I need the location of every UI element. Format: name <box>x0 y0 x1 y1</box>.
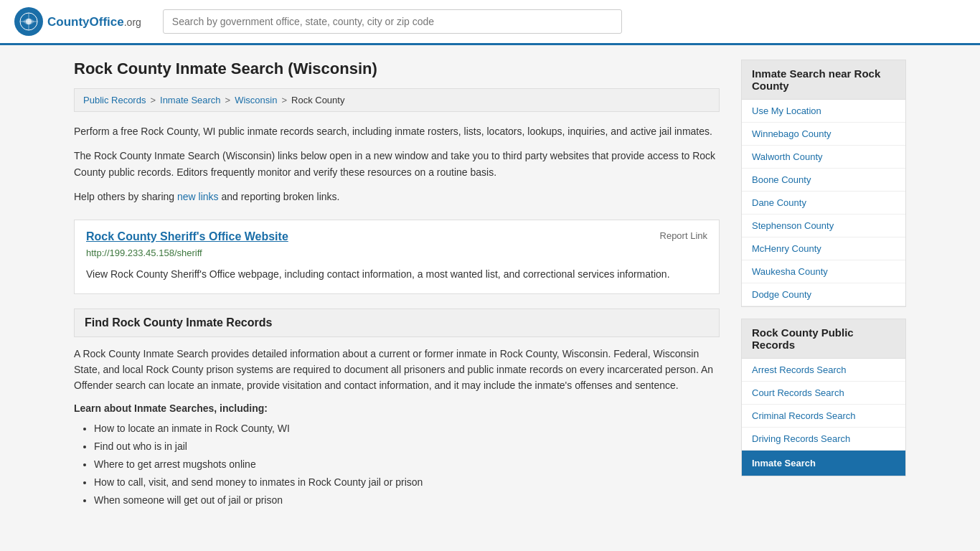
public-records-header: Rock County Public Records <box>742 319 905 359</box>
resource-description: View Rock County Sheriff's Office webpag… <box>75 264 719 293</box>
search-input[interactable] <box>163 9 622 34</box>
sidebar-arrest-records[interactable]: Arrest Records Search <box>742 359 905 382</box>
sidebar-driving-records[interactable]: Driving Records Search <box>742 428 905 451</box>
sidebar-walworth[interactable]: Walworth County <box>742 146 905 169</box>
find-title: Find Rock County Inmate Records <box>85 316 709 329</box>
sidebar: Inmate Search near Rock County Use My Lo… <box>741 60 906 510</box>
breadcrumb-public-records[interactable]: Public Records <box>83 95 146 105</box>
breadcrumb: Public Records > Inmate Search > Wiscons… <box>74 88 720 112</box>
breadcrumb-rock-county: Rock County <box>291 95 344 105</box>
find-section-header: Find Rock County Inmate Records <box>74 309 720 337</box>
sidebar-mchenry[interactable]: McHenry County <box>742 237 905 260</box>
sidebar-dodge[interactable]: Dodge County <box>742 283 905 306</box>
find-section-para: A Rock County Inmate Search provides det… <box>74 346 720 394</box>
bullet-item: Where to get arrest mugshots online <box>94 456 720 474</box>
new-links-link[interactable]: new links <box>177 191 219 202</box>
breadcrumb-inmate-search[interactable]: Inmate Search <box>160 95 221 105</box>
resource-card: Rock County Sheriff's Office Website Rep… <box>74 220 720 294</box>
sidebar-inmate-search-active[interactable]: Inmate Search <box>742 451 905 476</box>
sidebar-criminal-records[interactable]: Criminal Records Search <box>742 405 905 428</box>
bullet-item: Find out who is in jail <box>94 438 720 456</box>
bullet-item: When someone will get out of jail or pri… <box>94 491 720 509</box>
sidebar-court-records[interactable]: Court Records Search <box>742 382 905 405</box>
resource-title[interactable]: Rock County Sheriff's Office Website <box>86 230 288 243</box>
report-link[interactable]: Report Link <box>660 230 707 241</box>
logo-text: CountyOffice.org <box>47 14 141 29</box>
inmate-search-header: Inmate Search near Rock County <box>742 60 905 100</box>
breadcrumb-wisconsin[interactable]: Wisconsin <box>235 95 277 105</box>
description-para1: Perform a free Rock County, WI public in… <box>74 123 720 139</box>
sidebar-winnebago[interactable]: Winnebago County <box>742 123 905 146</box>
sidebar-dane[interactable]: Dane County <box>742 192 905 215</box>
bullet-item: How to call, visit, and send money to in… <box>94 474 720 491</box>
sidebar-waukesha[interactable]: Waukesha County <box>742 260 905 283</box>
logo-icon <box>14 7 43 36</box>
learn-heading: Learn about Inmate Searches, including: <box>74 402 720 414</box>
bullet-list: How to locate an inmate in Rock County, … <box>74 420 720 510</box>
site-logo[interactable]: CountyOffice.org <box>14 7 141 36</box>
resource-url[interactable]: http://199.233.45.158/sheriff <box>75 246 719 264</box>
description-para2: The Rock County Inmate Search (Wisconsin… <box>74 148 720 180</box>
sidebar-boone[interactable]: Boone County <box>742 169 905 192</box>
inmate-search-section: Inmate Search near Rock County Use My Lo… <box>741 60 906 307</box>
public-records-section: Rock County Public Records Arrest Record… <box>741 319 906 476</box>
bullet-item: How to locate an inmate in Rock County, … <box>94 420 720 438</box>
search-bar[interactable] <box>163 9 622 34</box>
page-title: Rock County Inmate Search (Wisconsin) <box>74 60 720 78</box>
use-my-location[interactable]: Use My Location <box>742 100 905 123</box>
description-para3: Help others by sharing new links and rep… <box>74 189 720 204</box>
sidebar-stephenson[interactable]: Stephenson County <box>742 215 905 237</box>
